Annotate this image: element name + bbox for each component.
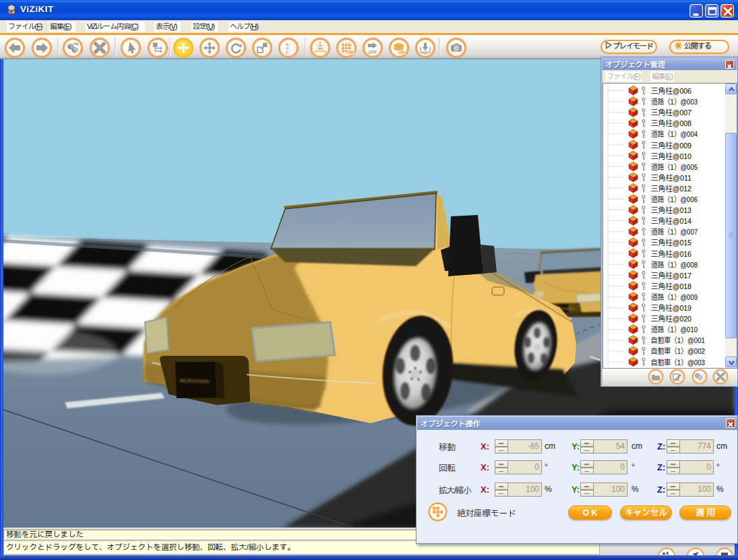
svg-text:三角柱@009: 三角柱@009 xyxy=(651,141,691,150)
svg-text:自動車〈1〉@003: 自動車〈1〉@003 xyxy=(651,358,705,367)
svg-text:三角柱@011: 三角柱@011 xyxy=(651,173,691,183)
svg-text:ON: ON xyxy=(398,50,405,55)
svg-text:三角柱@006: 三角柱@006 xyxy=(651,86,691,96)
svg-text:三角柱@013: 三角柱@013 xyxy=(651,206,691,215)
svg-text:自動車〈1〉@001: 自動車〈1〉@001 xyxy=(651,336,705,345)
svg-text:三角柱@008: 三角柱@008 xyxy=(651,119,691,128)
svg-text:三角柱@018: 三角柱@018 xyxy=(651,282,691,291)
svg-text:Z:: Z: xyxy=(286,51,290,55)
svg-text:自動車〈1〉@002: 自動車〈1〉@002 xyxy=(651,346,705,356)
svg-text:三角柱@019: 三角柱@019 xyxy=(651,303,691,313)
svg-text:OFF: OFF xyxy=(368,50,377,55)
svg-text:三角柱@007: 三角柱@007 xyxy=(651,108,691,117)
svg-text:道路〈1〉@007: 道路〈1〉@007 xyxy=(651,227,698,237)
svg-text:道路〈1〉@006: 道路〈1〉@006 xyxy=(651,195,698,204)
svg-text:三角柱@015: 三角柱@015 xyxy=(651,238,691,247)
svg-text:三角柱@010: 三角柱@010 xyxy=(651,152,691,161)
svg-text:道路〈1〉@008: 道路〈1〉@008 xyxy=(651,260,698,270)
svg-text:三角柱@020: 三角柱@020 xyxy=(651,314,691,323)
svg-text:ON: ON xyxy=(347,50,354,55)
svg-text:道路〈1〉@010: 道路〈1〉@010 xyxy=(651,325,698,334)
svg-text:三角柱@016: 三角柱@016 xyxy=(651,249,691,259)
svg-text:三角柱@014: 三角柱@014 xyxy=(651,216,691,226)
svg-text:三角柱@012: 三角柱@012 xyxy=(651,184,691,193)
svg-text:道路〈1〉@005: 道路〈1〉@005 xyxy=(651,162,698,172)
svg-text:道路〈1〉@003: 道路〈1〉@003 xyxy=(651,97,698,106)
svg-text:道路〈1〉@004: 道路〈1〉@004 xyxy=(651,129,698,139)
svg-text:道路〈1〉@009: 道路〈1〉@009 xyxy=(651,292,698,302)
svg-text:三角柱@017: 三角柱@017 xyxy=(651,271,691,280)
